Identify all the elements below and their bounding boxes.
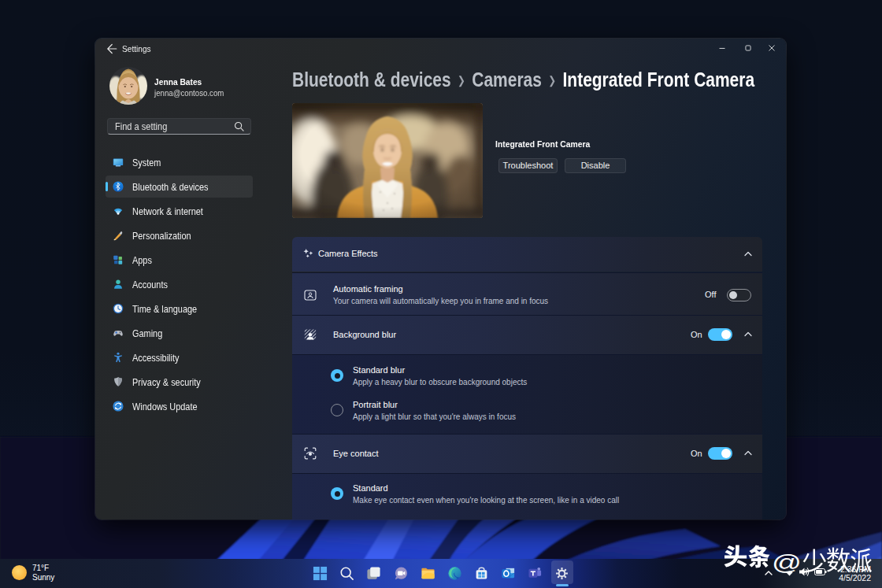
svg-text:@: @: [772, 550, 802, 575]
